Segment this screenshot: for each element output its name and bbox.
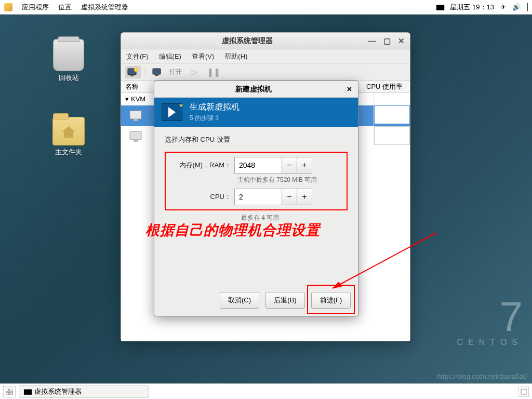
connection-label: KVM	[131, 95, 145, 103]
taskbar-label: 虚拟系统管理器	[34, 387, 82, 396]
bottom-panel: ▮▮▮ 虚拟系统管理器	[0, 383, 532, 399]
centos-logo: 7 CENTOS	[457, 296, 523, 347]
memory-increment[interactable]: +	[297, 157, 312, 174]
column-cpu-usage[interactable]: CPU 使用率	[362, 81, 410, 93]
annotation-box-settings: 内存(M)，RAM： − + 主机中最多有 7520 MiB 可用 CPU： −…	[165, 152, 348, 210]
expand-icon[interactable]: ▾	[125, 95, 129, 103]
top-panel: 应用程序 位置 虚拟系统管理器 ▮▮▮ 星期五 19：13 ✈ 🔊	[0, 0, 532, 15]
desktop-home-folder[interactable]: 主文件夹	[48, 117, 89, 157]
cpu-spinner[interactable]: − +	[234, 189, 312, 205]
toolbar-open-label: 打开	[169, 68, 182, 76]
volume-icon[interactable]: 🔊	[512, 3, 521, 11]
svg-rect-3	[153, 69, 161, 74]
trash-label: 回收站	[48, 73, 89, 83]
workspace-switcher[interactable]	[3, 386, 16, 397]
svg-rect-5	[130, 111, 141, 119]
svg-rect-7	[130, 131, 141, 140]
cpu-input[interactable]	[234, 189, 282, 205]
dialog-header: ★ 生成新虚拟机 5 的步骤 3	[154, 98, 358, 127]
memory-hint: 主机中最多有 7520 MiB 可用	[237, 176, 341, 184]
menu-help[interactable]: 帮助(H)	[224, 52, 247, 61]
section-label: 选择内存和 CPU 设置	[165, 135, 348, 144]
cpu-label: CPU：	[171, 192, 234, 202]
new-vm-dialog: 新建虚拟机 × ★ 生成新虚拟机 5 的步骤 3 选择内存和 CPU 设置 内存…	[154, 81, 358, 316]
menu-edit[interactable]: 编辑(E)	[159, 52, 181, 61]
monitor-icon	[129, 131, 144, 142]
centos-name: CENTOS	[457, 338, 523, 347]
show-desktop-button[interactable]	[518, 387, 529, 397]
column-name[interactable]: 名称	[121, 81, 152, 92]
home-folder-label: 主文件夹	[48, 148, 89, 157]
svg-rect-8	[134, 140, 138, 142]
dialog-footer: 取消(C) 后退(B) 前进(F)	[220, 292, 351, 309]
cpu-decrement[interactable]: −	[282, 189, 297, 205]
dialog-close-icon[interactable]: ×	[347, 85, 352, 94]
menu-current-app[interactable]: 虚拟系统管理器	[81, 3, 128, 12]
memory-input[interactable]	[234, 157, 282, 174]
svg-rect-1	[130, 75, 134, 76]
menu-places[interactable]: 位置	[58, 3, 72, 12]
dialog-title: 新建虚拟机	[161, 85, 347, 94]
svg-rect-11	[6, 389, 9, 391]
folder-icon	[52, 117, 85, 145]
svg-rect-15	[521, 389, 526, 394]
toolbar: 打开 ▷ ❚❚	[121, 64, 410, 81]
svg-rect-12	[10, 389, 13, 391]
desktop-trash[interactable]: 回收站	[48, 39, 89, 83]
menu-applications[interactable]: 应用程序	[22, 3, 49, 12]
menubar: 文件(F) 编辑(E) 查看(V) 帮助(H)	[121, 49, 410, 64]
svg-rect-14	[10, 392, 13, 395]
open-vm-button[interactable]	[150, 66, 165, 78]
create-vm-icon: ★	[162, 103, 182, 121]
close-button[interactable]: ✕	[398, 36, 405, 46]
memory-decrement[interactable]: −	[282, 157, 297, 174]
window-title: 虚拟系统管理器	[126, 36, 368, 46]
maximize-button[interactable]: ▢	[383, 36, 391, 46]
clock-label[interactable]: 星期五 19：13	[450, 3, 494, 12]
dialog-header-title: 生成新虚拟机	[190, 102, 240, 113]
cancel-button[interactable]: 取消(C)	[220, 292, 259, 309]
monitor-icon	[129, 110, 144, 122]
memory-label: 内存(M)，RAM：	[171, 161, 234, 170]
run-button[interactable]: ▷	[186, 66, 202, 78]
pause-button[interactable]: ❚❚	[206, 66, 221, 78]
menu-file[interactable]: 文件(F)	[126, 52, 149, 61]
memory-spinner[interactable]: − +	[234, 157, 312, 174]
cpu-increment[interactable]: +	[297, 189, 312, 205]
svg-rect-6	[134, 119, 138, 121]
trash-icon	[53, 39, 84, 71]
menu-view[interactable]: 查看(V)	[192, 52, 214, 61]
forward-button[interactable]: 前进(F)	[311, 292, 351, 309]
taskbar-item-virt-manager[interactable]: ▮▮▮ 虚拟系统管理器	[19, 385, 149, 398]
svg-point-2	[134, 68, 138, 72]
svg-rect-13	[6, 392, 9, 395]
back-button[interactable]: 后退(B)	[265, 292, 305, 309]
keyboard-indicator-icon[interactable]: ▮▮▮	[436, 3, 444, 11]
window-titlebar[interactable]: 虚拟系统管理器 — ▢ ✕	[121, 33, 410, 49]
minimize-button[interactable]: —	[368, 36, 376, 46]
centos-version: 7	[457, 296, 523, 338]
dialog-step-label: 5 的步骤 3	[190, 114, 240, 123]
watermark: https://blog.csdn.net/daxia5a0	[437, 373, 527, 380]
dialog-titlebar[interactable]: 新建虚拟机 ×	[154, 81, 358, 98]
annotation-text: 根据自己的物理机合理设置	[145, 221, 320, 240]
new-vm-button[interactable]	[125, 66, 141, 78]
battery-icon[interactable]	[527, 3, 528, 11]
svg-rect-4	[155, 74, 158, 76]
airplane-icon[interactable]: ✈	[500, 3, 506, 11]
applications-menu-icon[interactable]	[4, 3, 12, 11]
